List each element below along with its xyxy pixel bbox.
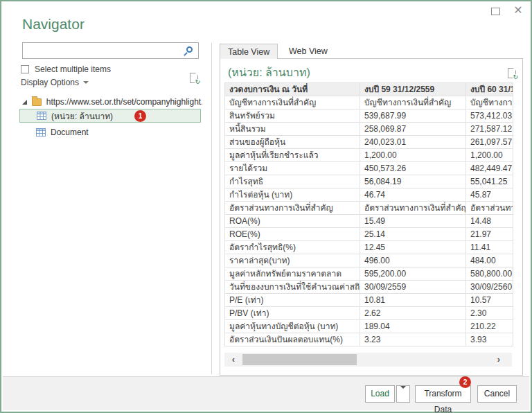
- page-title: Navigator: [22, 16, 85, 33]
- table-cell: P/E (เท่า): [225, 294, 360, 307]
- table-cell: รายได้รวม: [225, 162, 360, 175]
- table-icon: [36, 128, 46, 137]
- table-cell: 482,449.47: [466, 162, 513, 175]
- table-cell: 30/09/2559: [360, 281, 466, 294]
- tree-item-label: Document: [51, 128, 89, 137]
- display-options-label: Display Options: [21, 78, 79, 87]
- transform-data-button[interactable]: Transform Data: [415, 385, 471, 403]
- close-icon[interactable]: ✕: [511, 3, 525, 17]
- table-cell: วันที่ของงบการเงินที่ใช้คำนวณค่าสถิติ: [225, 281, 360, 294]
- table-cell: 580,800.00: [466, 267, 513, 281]
- table-row: ราคาล่าสุด(บาท)496.00484.00: [225, 254, 513, 267]
- horizontal-scrollbar[interactable]: ‹ ›: [224, 353, 512, 367]
- display-options-dropdown[interactable]: Display Options: [21, 78, 89, 87]
- table-cell: มูลค่าหุ้นที่เรียกชำระแล้ว: [225, 149, 360, 162]
- table-cell: 11.41: [466, 241, 513, 254]
- table-icon: [37, 112, 46, 120]
- table-cell: บัญชีทางการเงินที่สำคัญ: [225, 96, 360, 109]
- table-row: มูลค่าหุ้นทางบัญชีต่อหุ้น (บาท)189.04210…: [225, 320, 513, 333]
- table-cell: ส่วนของผู้ถือหุ้น: [225, 136, 360, 149]
- table-cell: 450,573.26: [360, 162, 466, 175]
- table-cell: 10.57: [466, 294, 513, 307]
- table-cell: ROA(%): [225, 215, 360, 228]
- chevron-down-icon: [400, 386, 406, 398]
- table-cell: 15.49: [360, 215, 466, 228]
- column-header: งวดงบการเงิน ณ วันที่: [225, 83, 360, 96]
- table-row: P/E (เท่า)10.8110.57: [225, 294, 513, 307]
- select-multiple-checkbox[interactable]: [21, 65, 29, 73]
- table-cell: 189.04: [360, 320, 466, 333]
- search-input[interactable]: [26, 44, 181, 58]
- table-row: มูลค่าหลักทรัพย์ตามราคาตลาด595,200.00580…: [225, 267, 513, 281]
- load-button[interactable]: Load: [365, 385, 395, 403]
- preview-title: (หน่วย: ล้านบาท): [228, 64, 310, 81]
- refresh-icon[interactable]: ↻: [190, 73, 198, 83]
- tree-expand-icon[interactable]: [22, 100, 27, 105]
- tree-item-document[interactable]: Document: [19, 125, 201, 139]
- scrollbar-thumb[interactable]: [242, 354, 357, 365]
- table-cell: 46.74: [360, 188, 466, 202]
- search-icon[interactable]: [186, 46, 193, 53]
- table-cell: มูลค่าหุ้นทางบัญชีต่อหุ้น (บาท): [225, 320, 360, 333]
- select-multiple-label: Select multiple items: [35, 64, 111, 74]
- table-cell: กำไรต่อหุ้น (บาท): [225, 188, 360, 202]
- table-cell: 2.30: [466, 307, 513, 320]
- table-cell: 3.93: [466, 333, 513, 346]
- table-cell: 45.87: [466, 188, 513, 202]
- table-cell: 21.97: [466, 228, 513, 241]
- table-row: มูลค่าหุ้นที่เรียกชำระแล้ว1,200.001,200.…: [225, 149, 513, 162]
- table-cell: 240,023.01: [360, 136, 466, 149]
- annotation-badge-2: 2: [459, 376, 471, 388]
- table-cell: อัตราส่วนทางการเงินที่สำคัญ: [360, 202, 466, 215]
- table-cell: 595,200.00: [360, 267, 466, 281]
- select-multiple-row: Select multiple items: [21, 64, 111, 74]
- table-cell: ราคาล่าสุด(บาท): [225, 254, 360, 267]
- table-row: วันที่ของงบการเงินที่ใช้คำนวณค่าสถิติ30/…: [225, 281, 513, 294]
- tree-item-label: (หน่วย: ล้านบาท): [51, 109, 113, 123]
- preview-table-container: งวดงบการเงิน ณ วันที่ งบปี 59 31/12/2559…: [224, 82, 513, 346]
- panel-divider: [211, 43, 212, 374]
- refresh-preview-icon[interactable]: ↻: [508, 68, 516, 78]
- table-row: อัตราส่วนทางการเงินที่สำคัญอัตราส่วนทางก…: [225, 202, 513, 215]
- tab-web-view[interactable]: Web View: [281, 44, 335, 59]
- table-row: ROE(%)25.1421.97: [225, 228, 513, 241]
- table-cell: 1,200.00: [360, 149, 466, 162]
- footer-bar: Load Transform Data Cancel: [3, 376, 529, 410]
- cancel-button[interactable]: Cancel: [477, 385, 517, 403]
- table-cell: มูลค่าหลักทรัพย์ตามราคาตลาด: [225, 267, 360, 281]
- table-cell: 56,084.19: [360, 175, 466, 188]
- maximize-icon[interactable]: [491, 8, 500, 15]
- table-cell: สินทรัพย์รวม: [225, 109, 360, 123]
- preview-table-body: บัญชีทางการเงินที่สำคัญบัญชีทางการเงินที…: [225, 96, 513, 346]
- table-cell: 2.62: [360, 307, 466, 320]
- tree-item-table[interactable]: (หน่วย: ล้านบาท): [19, 109, 201, 123]
- folder-icon: [32, 98, 42, 106]
- table-cell: 55,041.25: [466, 175, 513, 188]
- table-cell: 484.00: [466, 254, 513, 267]
- table-cell: อัตราส่วนเงินปันผลตอบแทน(%): [225, 333, 360, 346]
- table-row: P/BV (เท่า)2.622.30: [225, 307, 513, 320]
- column-header: งบปี 59 31/12/2559: [360, 83, 466, 96]
- annotation-badge-1: 1: [134, 110, 146, 122]
- tree-node-label: https://www.set.or.th/set/companyhighlig…: [46, 97, 202, 107]
- preview-table: งวดงบการเงิน ณ วันที่ งบปี 59 31/12/2559…: [224, 82, 513, 346]
- table-row: อัตราส่วนเงินปันผลตอบแทน(%)3.233.93: [225, 333, 513, 346]
- table-cell: 1,200.00: [466, 149, 513, 162]
- tab-table-view[interactable]: Table View: [220, 44, 278, 59]
- table-row: หนี้สินรวม258,069.87271,587.12: [225, 123, 513, 136]
- table-cell: 10.81: [360, 294, 466, 307]
- table-cell: 539,687.99: [360, 109, 466, 123]
- table-row: ROA(%)15.4914.48: [225, 215, 513, 228]
- scroll-left-icon[interactable]: ‹: [227, 353, 240, 367]
- tree-node-source-url[interactable]: https://www.set.or.th/set/companyhighlig…: [22, 96, 202, 108]
- table-cell: 210.22: [466, 320, 513, 333]
- column-header: งบปี 60 31/12/2560: [466, 83, 513, 96]
- load-dropdown-button[interactable]: [396, 385, 410, 403]
- search-box: [22, 42, 199, 59]
- table-row: กำไรสุทธิ56,084.1955,041.25: [225, 175, 513, 188]
- navigator-dialog: ✕ Navigator Select multiple items Displa…: [0, 0, 532, 413]
- table-cell: บัญชีทางการเงินที่สำคัญ: [466, 96, 513, 109]
- chevron-down-icon: [83, 81, 89, 84]
- scroll-right-icon[interactable]: ›: [493, 353, 505, 367]
- table-cell: 3.23: [360, 333, 466, 346]
